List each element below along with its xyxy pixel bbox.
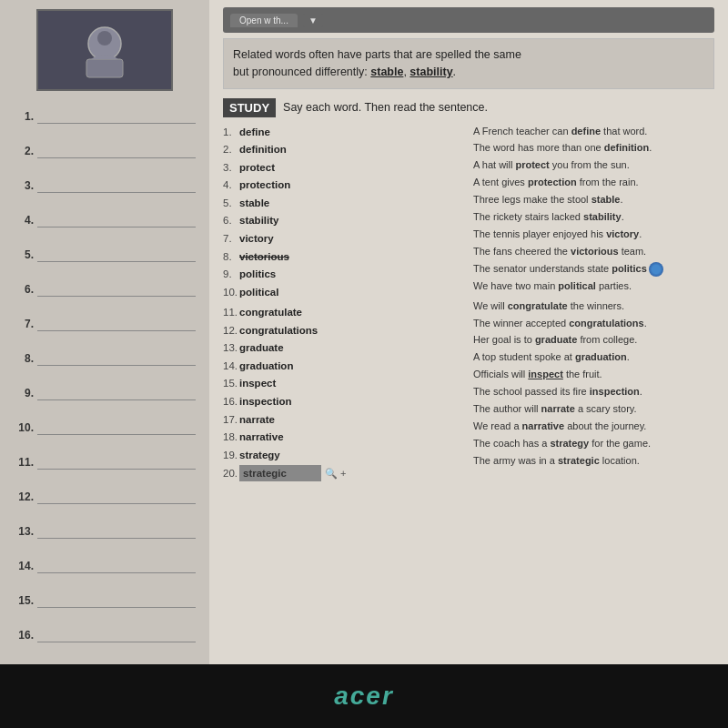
sentence-18: We read a narrative about the journey. (473, 420, 714, 433)
worksheet: 1. 2. 3. 4. 5. (0, 0, 728, 664)
sentence-20: The army was in a strategic location. (473, 454, 714, 468)
word-entry-16: 16. inspection (223, 394, 464, 409)
sentence-2: The word has more than one definition. (473, 141, 714, 155)
word-entry-8: 8. victorious (223, 249, 464, 264)
sentence-4: A tent gives protection from the rain. (473, 176, 714, 189)
bottom-bar: acer (0, 664, 728, 728)
sentence-19: The coach has a strategy for the game. (473, 437, 714, 450)
line-12[interactable]: 12. (14, 480, 196, 506)
line-6[interactable]: 6. (14, 273, 196, 298)
word-entry-4: 4. protection (223, 177, 464, 192)
right-column: Open w th... ▼ Related words often have … (209, 0, 728, 664)
instruction-text-1: Related words often have parts that are … (233, 48, 521, 61)
line-9[interactable]: 9. (14, 377, 196, 402)
study-instruction-text: Say each word. Then read the sentence. (283, 101, 488, 114)
sentence-17: The author will narrate a scary story. (473, 402, 714, 416)
line-2[interactable]: 2. (14, 135, 196, 160)
sentence-6: The rickety stairs lacked stability. (473, 210, 714, 224)
numbered-lines-container: 1. 2. 3. 4. 5. (0, 96, 209, 728)
study-header: STUDY Say each word. Then read the sente… (223, 98, 714, 117)
sentence-1: A French teacher can define that word. (473, 125, 714, 138)
word-entry-5: 5. stable (223, 196, 464, 210)
word-entry-11: 11. congratulate (223, 305, 464, 319)
example-word-stable: stable (370, 66, 403, 78)
line-14[interactable]: 14. (14, 550, 196, 575)
browser-dropdown-btn[interactable]: ▼ (303, 14, 323, 27)
word-entry-2: 2. definition (223, 142, 464, 157)
word-entry-12: 12. congratulations (223, 323, 464, 338)
word-entry-20: 20. strategic 🔍 + (223, 465, 464, 481)
study-label-box: STUDY (223, 98, 276, 117)
word-entry-13: 13. graduate (223, 340, 464, 355)
globe-icon (649, 262, 663, 277)
words-grid: 1. define 2. definition 3. protect 4. pr… (223, 125, 714, 485)
word-entry-6: 6. stability (223, 213, 464, 228)
word-entry-14: 14. graduation (223, 359, 464, 373)
sentence-12: The winner accepted congratulations. (473, 317, 714, 330)
left-column: 1. 2. 3. 4. 5. (0, 0, 209, 664)
line-16[interactable]: 16. (14, 619, 196, 644)
sentence-8: The fans cheered the victorious team. (473, 245, 714, 258)
line-5[interactable]: 5. (14, 238, 196, 264)
line-11[interactable]: 11. (14, 446, 196, 471)
word-entry-7: 7. victory (223, 231, 464, 246)
browser-tab[interactable]: Open w th... (230, 14, 298, 27)
zoom-icon: 🔍 + (325, 467, 346, 480)
line-13[interactable]: 13. (14, 515, 196, 541)
example-word-stability: stability (410, 66, 452, 78)
sentences-right: A French teacher can define that word. T… (473, 125, 714, 485)
screen: 1. 2. 3. 4. 5. (0, 0, 728, 728)
svg-point-2 (97, 31, 112, 46)
acer-logo: acer (334, 682, 394, 711)
line-3[interactable]: 3. (14, 169, 196, 195)
line-4[interactable]: 4. (14, 204, 196, 229)
sentence-11: We will congratulate the winners. (473, 299, 714, 313)
sentence-9: The senator understands state politics (473, 262, 714, 277)
word-entry-18: 18. narrative (223, 430, 464, 444)
decorative-image (36, 9, 173, 91)
words-left: 1. define 2. definition 3. protect 4. pr… (223, 125, 464, 485)
word-entry-19: 19. strategy (223, 448, 464, 462)
sentence-3: A hat will protect you from the sun. (473, 158, 714, 172)
sentence-14: A top student spoke at graduation. (473, 350, 714, 364)
word-entry-10: 10. political (223, 285, 464, 299)
instruction-text-2: but pronounced differently: stable, stab… (233, 66, 456, 78)
word-entry-15: 15. inspect (223, 376, 464, 390)
word-entry-1: 1. define (223, 125, 464, 139)
sentence-7: The tennis player enjoyed his victory. (473, 228, 714, 241)
sentence-10: We have two main political parties. (473, 279, 714, 293)
word-entry-3: 3. protect (223, 160, 464, 175)
line-7[interactable]: 7. (14, 308, 196, 333)
sentence-5: Three legs make the stool stable. (473, 193, 714, 207)
browser-bar: Open w th... ▼ (223, 7, 714, 33)
line-10[interactable]: 10. (14, 411, 196, 437)
svg-rect-1 (86, 59, 123, 77)
sentence-15: Officials will inspect the fruit. (473, 368, 714, 381)
word-entry-17: 17. narrate (223, 412, 464, 427)
line-1[interactable]: 1. (14, 100, 196, 126)
sentence-16: The school passed its fire inspection. (473, 385, 714, 399)
instruction-box: Related words often have parts that are … (223, 38, 714, 89)
line-15[interactable]: 15. (14, 584, 196, 610)
sentence-13: Her goal is to graduate from college. (473, 333, 714, 347)
word-entry-9: 9. politics (223, 267, 464, 281)
line-8[interactable]: 8. (14, 342, 196, 368)
